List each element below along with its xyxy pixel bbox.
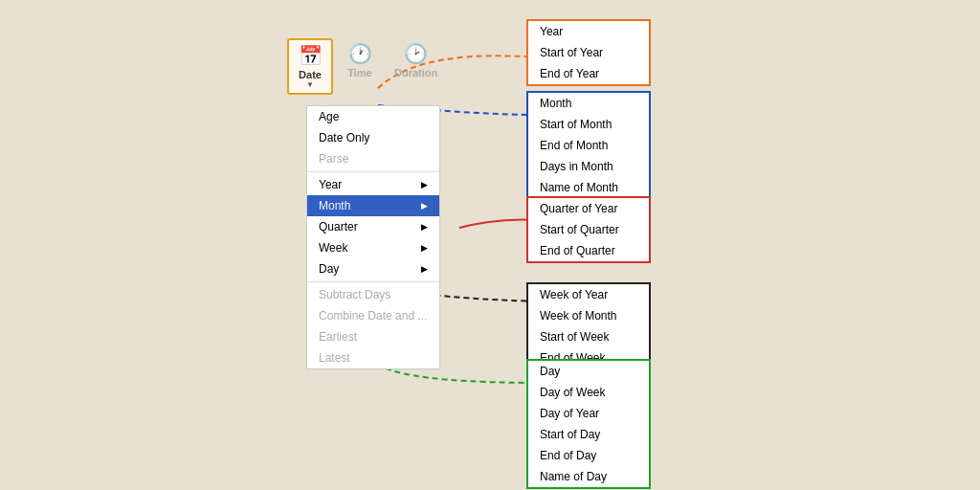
month-item-end[interactable]: End of Month xyxy=(528,135,649,156)
week-item-woy[interactable]: Week of Year xyxy=(528,284,649,305)
year-item-end[interactable]: End of Year xyxy=(528,63,649,84)
submenu-week: Week of Year Week of Month Start of Week… xyxy=(526,282,651,370)
month-item-name[interactable]: Name of Month xyxy=(528,177,649,198)
time-label: Time xyxy=(347,67,371,78)
day-item-name[interactable]: Name of Day xyxy=(528,466,649,487)
duration-label: Duration xyxy=(394,67,437,78)
menu-item-month[interactable]: Month xyxy=(307,195,439,216)
menu-item-quarter[interactable]: Quarter xyxy=(307,216,439,237)
menu-item-year[interactable]: Year xyxy=(307,174,439,195)
menu-item-combine: Combine Date and ... xyxy=(307,305,439,326)
day-item-start[interactable]: Start of Day xyxy=(528,424,649,445)
duration-button[interactable]: 🕑 Duration xyxy=(387,38,445,95)
main-container: 📅 Date ▼ 🕐 Time 🕑 Duration Age Date Only… xyxy=(287,38,445,102)
day-item-end[interactable]: End of Day xyxy=(528,445,649,466)
submenu-year: Year Start of Year End of Year xyxy=(526,19,651,86)
day-item-day[interactable]: Day xyxy=(528,361,649,382)
menu-item-latest: Latest xyxy=(307,347,439,368)
menu-item-parse: Parse xyxy=(307,148,439,169)
date-arrow: ▼ xyxy=(306,80,314,89)
menu-item-dateonly[interactable]: Date Only xyxy=(307,127,439,148)
year-item-year[interactable]: Year xyxy=(528,21,649,42)
arrows-overlay xyxy=(0,0,980,490)
time-button[interactable]: 🕐 Time xyxy=(337,38,383,95)
week-item-wom[interactable]: Week of Month xyxy=(528,305,649,326)
year-item-start[interactable]: Start of Year xyxy=(528,42,649,63)
quarter-item-end[interactable]: End of Quarter xyxy=(528,240,649,261)
menu-item-day[interactable]: Day xyxy=(307,258,439,279)
date-icon: 📅 xyxy=(299,44,323,67)
menu-item-subtract: Subtract Days xyxy=(307,284,439,305)
separator-1 xyxy=(307,171,439,172)
month-item-days[interactable]: Days in Month xyxy=(528,156,649,177)
day-item-dow[interactable]: Day of Week xyxy=(528,382,649,403)
submenu-month: Month Start of Month End of Month Days i… xyxy=(526,91,651,200)
duration-icon: 🕑 xyxy=(404,42,428,65)
day-item-doy[interactable]: Day of Year xyxy=(528,403,649,424)
month-item-start[interactable]: Start of Month xyxy=(528,114,649,135)
month-item-month[interactable]: Month xyxy=(528,93,649,114)
menu-item-earliest: Earliest xyxy=(307,326,439,347)
time-icon: 🕐 xyxy=(348,42,372,65)
submenu-day: Day Day of Week Day of Year Start of Day… xyxy=(526,359,651,489)
dropdown-menu: Age Date Only Parse Year Month Quarter W… xyxy=(306,105,440,369)
quarter-item-start[interactable]: Start of Quarter xyxy=(528,219,649,240)
separator-2 xyxy=(307,281,439,282)
date-button[interactable]: 📅 Date ▼ xyxy=(287,38,333,95)
date-label: Date xyxy=(299,69,322,80)
menu-item-week[interactable]: Week xyxy=(307,237,439,258)
quarter-item-qoy[interactable]: Quarter of Year xyxy=(528,198,649,219)
menu-item-age[interactable]: Age xyxy=(307,106,439,127)
toolbar: 📅 Date ▼ 🕐 Time 🕑 Duration xyxy=(287,38,445,95)
week-item-start[interactable]: Start of Week xyxy=(528,326,649,347)
submenu-quarter: Quarter of Year Start of Quarter End of … xyxy=(526,196,651,263)
